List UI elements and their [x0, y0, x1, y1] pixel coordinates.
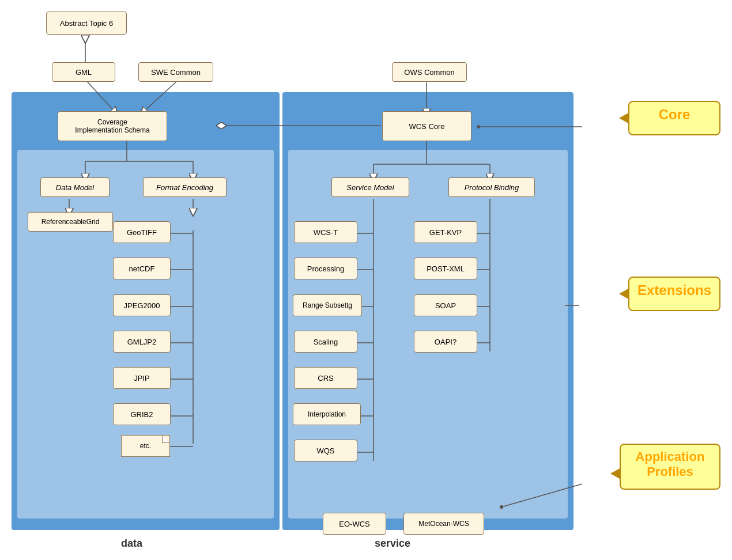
coverage-impl-box: Coverage Implementation Schema	[58, 111, 167, 141]
abstract-topic-box: Abstract Topic 6	[46, 12, 127, 35]
wcs-t-box: WCS-T	[294, 221, 357, 243]
jpip-box: JPIP	[113, 367, 171, 389]
extensions-callout: Extensions	[628, 277, 720, 311]
post-xml-box: POST-XML	[414, 258, 477, 279]
processing-box: Processing	[294, 258, 357, 279]
diagram-container: Abstract Topic 6 GML SWE Common OWS Comm…	[0, 0, 732, 560]
referenceable-grid-box: ReferenceableGrid	[28, 212, 113, 232]
soap-box: SOAP	[414, 294, 477, 316]
eo-wcs-box: EO-WCS	[323, 513, 386, 535]
service-label: service	[375, 538, 410, 550]
gmljp2-box: GMLJP2	[113, 331, 171, 353]
ows-common-box: OWS Common	[392, 62, 467, 82]
get-kvp-box: GET-KVP	[414, 221, 477, 243]
grib2-box: GRIB2	[113, 403, 171, 425]
protocol-binding-box: Protocol Binding	[448, 177, 535, 197]
data-label: data	[121, 538, 142, 550]
scaling-box: Scaling	[294, 331, 357, 353]
format-encoding-box: Format Encoding	[143, 177, 227, 197]
oapi-box: OAPI?	[414, 331, 477, 353]
data-model-box: Data Model	[40, 177, 110, 197]
application-profiles-callout: Application Profiles	[620, 444, 720, 490]
interpolation-box: Interpolation	[293, 403, 361, 425]
crs-box: CRS	[294, 367, 357, 389]
wqs-box: WQS	[294, 440, 357, 461]
jpeg2000-box: JPEG2000	[113, 294, 171, 316]
swe-common-box: SWE Common	[138, 62, 213, 82]
netcdf-box: netCDF	[113, 258, 171, 279]
core-callout: Core	[628, 101, 720, 135]
service-model-box: Service Model	[331, 177, 409, 197]
wcs-core-box: WCS Core	[382, 111, 471, 141]
gml-box: GML	[52, 62, 115, 82]
range-subsettg-box: Range Subsettg	[293, 294, 362, 316]
geotiff-box: GeoTIFF	[113, 221, 171, 243]
etc-box: etc.	[121, 435, 170, 457]
metocean-wcs-box: MetOcean-WCS	[403, 513, 484, 535]
